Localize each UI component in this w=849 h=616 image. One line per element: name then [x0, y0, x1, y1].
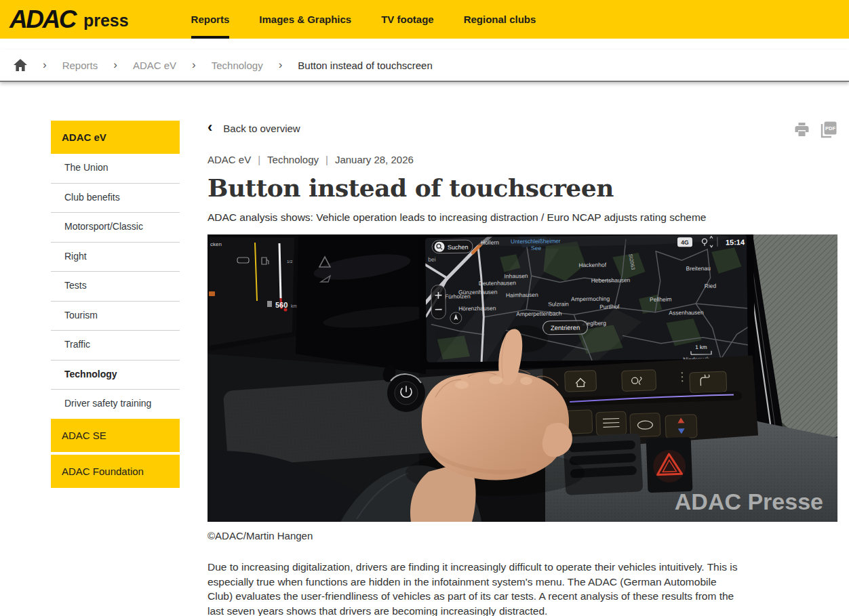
nav-images-graphics[interactable]: Images & Graphics — [259, 0, 351, 39]
home-icon[interactable] — [14, 59, 27, 71]
touchscreen: Hollern Unterschleißheimer See Hackenhof… — [418, 234, 755, 369]
nav-regional-clubs[interactable]: Regional clubs — [464, 0, 536, 39]
instrument-cluster: cken 1/2 560 km — [208, 234, 298, 351]
svg-text:See: See — [531, 245, 542, 251]
sidebar-list: The Union Club benefits Motorsport/Class… — [51, 154, 180, 419]
chevron-right-icon: › — [113, 59, 117, 70]
cluster-partial-text: cken — [210, 241, 222, 247]
svg-text:Pellheim: Pellheim — [650, 295, 672, 302]
page-content: ADAC eV The Union Club benefits Motorspo… — [0, 82, 849, 616]
article-photo-svg: cken 1/2 560 km — [208, 234, 837, 522]
sidebar-item-motorsport-classic[interactable]: Motorsport/Classic — [51, 213, 180, 243]
back-row: ‹ Back to overview PDF — [208, 121, 837, 138]
svg-text:Hollern: Hollern — [481, 239, 499, 246]
climate-panel — [540, 355, 758, 451]
svg-text:Ried: Ried — [705, 283, 717, 289]
sidebar-item-traffic[interactable]: Traffic — [51, 331, 180, 361]
document-actions: PDF — [793, 121, 837, 138]
chevron-left-icon: ‹ — [208, 120, 212, 135]
meta-category: Technology — [267, 154, 319, 165]
article-body: Due to increasing digitalization, driver… — [208, 560, 738, 616]
screen-clock: 15:14 — [726, 238, 745, 246]
zoom-control — [431, 285, 446, 319]
hazard-button — [646, 437, 693, 493]
press-watermark: ADAC Presse — [675, 489, 823, 514]
sidebar-item-club-benefits[interactable]: Club benefits — [51, 184, 180, 213]
adac-logo[interactable]: ADAC press — [9, 0, 129, 39]
range-value: 560 — [275, 301, 288, 309]
temperature-button — [665, 415, 697, 439]
pipe-separator: | — [258, 154, 260, 165]
meta-org: ADAC eV — [208, 154, 251, 165]
breadcrumb-reports[interactable]: Reports — [62, 60, 98, 71]
back-link-label: Back to overview — [223, 123, 300, 134]
fuel-fraction: 1/2 — [287, 260, 293, 264]
svg-text:Sulzrain: Sulzrain — [548, 300, 569, 307]
sidebar-item-adac-foundation[interactable]: ADAC Foundation — [51, 455, 180, 488]
svg-text:Haimhausen: Haimhausen — [506, 291, 538, 299]
sidebar-item-right[interactable]: Right — [51, 243, 180, 272]
svg-text:Hebertshausen: Hebertshausen — [591, 276, 631, 284]
range-fuel-icon — [267, 301, 272, 307]
sidebar: ADAC eV The Union Club benefits Motorspo… — [51, 121, 180, 616]
print-icon[interactable] — [793, 121, 810, 138]
svg-text:Purtlhof: Purtlhof — [599, 303, 620, 310]
home-button — [565, 371, 597, 392]
article-meta: ADAC eV|Technology|January 28, 2026 — [208, 154, 837, 165]
svg-text:Zentrieren: Zentrieren — [551, 324, 580, 332]
article-image: cken 1/2 560 km — [208, 234, 837, 522]
nav-reports[interactable]: Reports — [191, 0, 230, 39]
meta-date: January 28, 2026 — [335, 154, 414, 165]
chevron-right-icon: › — [43, 59, 47, 70]
pdf-icon-label: PDF — [825, 125, 835, 131]
fist — [422, 371, 569, 480]
article-subtitle: ADAC analysis shows: Vehicle operation l… — [208, 211, 837, 224]
breadcrumb-adac-ev[interactable]: ADAC eV — [133, 60, 176, 71]
svg-text:Deutenhausen: Deutenhausen — [479, 279, 517, 287]
svg-text:Inhausen: Inhausen — [505, 272, 528, 279]
sidebar-item-technology[interactable]: Technology — [51, 361, 180, 390]
svg-text:Hackenhof: Hackenhof — [578, 262, 606, 269]
chevron-right-icon: › — [279, 59, 283, 70]
sidebar-item-tests[interactable]: Tests — [51, 272, 180, 302]
sidebar-item-driver-safety-training[interactable]: Driver safety training — [51, 390, 180, 419]
cluster-hood — [296, 234, 435, 374]
breadcrumb: › Reports › ADAC eV › Technology › Butto… — [0, 49, 849, 82]
main-nav: Reports Images & Graphics TV footage Reg… — [191, 0, 536, 39]
top-header: ADAC press Reports Images & Graphics TV … — [0, 0, 849, 39]
article-main: ‹ Back to overview PDF ADAC eV|Technolog… — [208, 121, 837, 616]
telltale-icon — [209, 291, 215, 296]
sidebar-item-adac-ev[interactable]: ADAC eV — [51, 121, 180, 154]
svg-text:Fürholzen: Fürholzen — [445, 293, 471, 300]
range-unit: km — [291, 304, 297, 308]
svg-text:Assenhausen: Assenhausen — [669, 309, 704, 316]
seat-heat-button — [690, 371, 727, 393]
svg-text:Breitenau: Breitenau — [686, 265, 711, 272]
sidebar-item-tourism[interactable]: Tourism — [51, 302, 180, 331]
logo-brand: ADAC — [9, 5, 75, 34]
search-label: Suchen — [448, 244, 469, 251]
svg-text:4G: 4G — [681, 239, 689, 246]
chevron-right-icon: › — [192, 59, 196, 70]
pipe-separator: | — [325, 154, 328, 165]
breadcrumb-technology[interactable]: Technology — [212, 60, 263, 71]
sidebar-item-the-union[interactable]: The Union — [51, 154, 180, 184]
pdf-icon[interactable]: PDF — [819, 121, 837, 138]
climate-button — [622, 370, 656, 392]
image-caption: ©ADAC/Martin Hangen — [208, 530, 837, 541]
map-scale-label: 1 km — [695, 344, 707, 350]
breadcrumb-current-page: Button instead of touchscreen — [298, 60, 432, 71]
svg-text:bei: bei — [428, 256, 436, 263]
svg-text:Hörenzhausen: Hörenzhausen — [458, 305, 496, 312]
back-to-overview-link[interactable]: ‹ Back to overview — [208, 121, 300, 136]
svg-text:Amperpettenbach: Amperpettenbach — [516, 310, 561, 317]
page-title: Button instead of touchscreen — [208, 173, 837, 202]
nav-tv-footage[interactable]: TV footage — [381, 0, 434, 39]
sidebar-item-adac-se[interactable]: ADAC SE — [51, 419, 180, 452]
logo-suffix: press — [83, 11, 129, 30]
rear-defrost-button — [596, 411, 627, 436]
svg-text:Unterschleißheimer: Unterschleißheimer — [511, 237, 561, 245]
svg-text:Ampermoching: Ampermoching — [571, 295, 610, 303]
